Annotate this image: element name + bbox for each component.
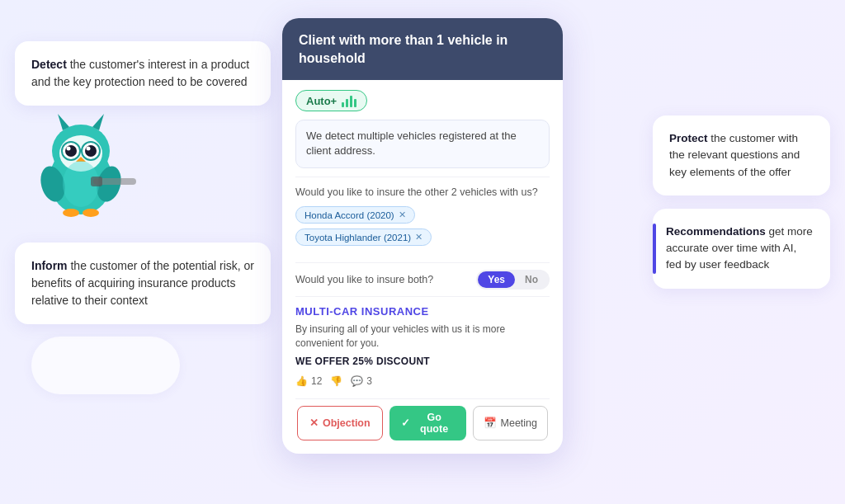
main-card: Client with more than 1 vehicle in house… [282,18,563,454]
objection-button[interactable]: ✕ Objection [297,406,383,440]
question2-label: Would you like to insure both? [295,274,433,285]
thumbs-down-item[interactable]: 👎 [330,375,342,387]
card-body: Auto+ We detect multiple vehicles regist… [282,80,563,440]
action-buttons: ✕ Objection ✓ Go quote 📅 Meeting [295,406,550,440]
vehicle-honda-label: Honda Accord (2020) [304,210,394,220]
comment-icon: 💬 [351,375,363,387]
comment-item[interactable]: 💬 3 [351,375,372,387]
bar-chart-icon [342,94,356,107]
remove-honda-icon[interactable]: ✕ [399,210,406,220]
yes-button[interactable]: Yes [478,271,515,288]
left-cards: Detect the customer's interest in a prod… [15,41,271,324]
protect-card: Protect the customer with the relevant q… [653,115,830,195]
svg-point-9 [85,145,97,157]
insurance-offer: MULTI-CAR INSURANCE By insuring all of y… [295,305,550,367]
recommendations-bold: Recommendations [666,225,766,238]
svg-point-15 [83,209,99,217]
vehicle-tags: Honda Accord (2020) ✕ Toyota Highlander … [295,206,550,246]
objection-x-icon: ✕ [309,417,319,429]
yes-no-toggle[interactable]: Yes No [476,270,550,290]
cloud-bg [31,337,180,394]
owl-mascot [23,106,139,221]
vehicle-tag-toyota[interactable]: Toyota Highlander (2021) ✕ [295,228,432,246]
vehicle-tag-honda[interactable]: Honda Accord (2020) ✕ [295,206,415,224]
insurance-title: MULTI-CAR INSURANCE [295,305,550,318]
check-icon: ✓ [401,417,410,429]
no-button[interactable]: No [515,271,548,288]
go-quote-label: Go quote [414,412,455,435]
remove-toyota-icon[interactable]: ✕ [415,232,422,243]
auto-badge: Auto+ [295,90,367,111]
svg-point-14 [63,209,79,217]
detection-box: We detect multiple vehicles registered a… [295,120,550,167]
svg-point-6 [65,145,77,157]
thumbs-down-icon: 👎 [330,375,342,387]
thumbs-up-item[interactable]: 👍 12 [295,375,322,387]
right-cards: Protect the customer with the relevant q… [653,115,830,289]
svg-marker-2 [58,114,69,130]
meeting-label: Meeting [501,417,537,429]
discount-label: WE OFFER 25% DISCOUNT [295,356,550,367]
thumbs-up-count: 12 [311,375,322,387]
inform-card: Inform the customer of the potential ris… [15,243,271,324]
question1-section: Would you like to insure the other 2 veh… [295,177,550,263]
svg-point-7 [67,147,71,151]
inform-bold: Inform [31,259,68,272]
card-title: Client with more than 1 vehicle in house… [299,33,507,65]
protect-bold: Protect [669,132,708,144]
detect-card: Detect the customer's interest in a prod… [15,41,271,106]
svg-rect-18 [91,177,102,186]
divider [295,398,550,399]
card-header: Client with more than 1 vehicle in house… [282,18,563,80]
vehicle-toyota-label: Toyota Highlander (2021) [304,233,411,243]
go-quote-button[interactable]: ✓ Go quote [389,406,466,440]
detect-bold: Detect [31,58,67,71]
insurance-desc: By insuring all of your vehicles with us… [295,323,550,351]
question1-label: Would you like to insure the other 2 veh… [295,186,550,200]
detection-text: We detect multiple vehicles registered a… [306,130,517,157]
comment-count: 3 [366,375,372,387]
scene: Detect the customer's interest in a prod… [0,0,845,504]
thumbs-up-icon: 👍 [295,375,308,387]
meeting-button[interactable]: 📅 Meeting [473,406,548,440]
svg-marker-3 [92,114,104,130]
reaction-row: 👍 12 👎 💬 3 [295,375,550,387]
auto-badge-label: Auto+ [306,95,337,107]
svg-point-10 [87,147,91,151]
recommendations-card: Recommendations get more accurate over t… [653,209,830,289]
calendar-icon: 📅 [484,417,497,429]
yes-no-row: Would you like to insure both? Yes No [295,262,550,297]
objection-label: Objection [323,417,371,429]
